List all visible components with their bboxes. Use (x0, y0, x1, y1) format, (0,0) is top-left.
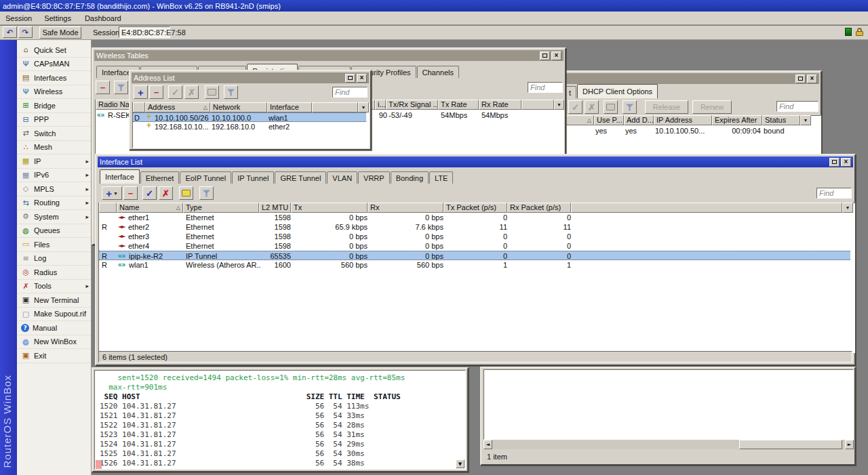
disable-button[interactable]: ✗ (159, 186, 173, 200)
add-dropdown-button[interactable]: +▼ (102, 186, 122, 200)
remove-button[interactable]: − (149, 85, 163, 99)
dhcp-col-use-peer[interactable]: Use P... (594, 115, 624, 125)
remove-button[interactable]: − (123, 186, 138, 200)
interface-find-input[interactable] (816, 188, 852, 199)
filter-button[interactable] (623, 100, 637, 114)
sidebar-item-manual[interactable]: ?Manual (17, 321, 91, 335)
sidebar-item-new-winbox[interactable]: ◍New WinBox (17, 335, 91, 350)
sidebar-item-radius[interactable]: ◎Radius (17, 266, 91, 280)
disable-button[interactable]: ✗ (184, 85, 199, 99)
safe-mode-button[interactable]: Safe Mode (39, 26, 81, 39)
col-tx[interactable]: Tx (291, 203, 368, 213)
sidebar-item-queues[interactable]: ◍Queues (17, 224, 91, 239)
col-network[interactable]: Network (210, 102, 267, 112)
copy-button[interactable] (604, 100, 618, 114)
tab-lte[interactable]: LTE (429, 171, 453, 184)
tab-dhcp-client-options[interactable]: DHCP Client Options (577, 84, 658, 98)
sidebar-item-capsman[interactable]: ΨCAPsMAN (17, 58, 91, 72)
list-area[interactable] (484, 369, 854, 440)
tab-ethernet[interactable]: Ethernet (140, 171, 180, 184)
tab-bonding[interactable]: Bonding (391, 171, 429, 184)
address-list-titlebar[interactable]: Address List × (132, 73, 369, 83)
close-icon[interactable]: × (551, 51, 561, 60)
col-address[interactable]: Address△ (145, 102, 210, 112)
dhcp-find-input[interactable] (776, 101, 818, 112)
address-find-input[interactable] (332, 87, 368, 98)
interface-row[interactable]: ◄► ether1 Ethernet 1598 0 bps 0 bps 0 0 (99, 213, 850, 222)
interface-list-titlebar[interactable]: Interface List × (98, 157, 853, 167)
sidebar-item-new-terminal[interactable]: ▣New Terminal (17, 293, 91, 308)
sidebar-item-ip[interactable]: ▦IP▸ (17, 154, 91, 169)
maximize-icon[interactable] (795, 75, 806, 83)
horizontal-scrollbar[interactable]: ◄ ► (484, 440, 854, 449)
apply-button[interactable]: ✓ (568, 100, 583, 114)
wireless-tables-titlebar[interactable]: Wireless Tables × (94, 50, 564, 61)
tab-eoip-tunnel[interactable]: EoIP Tunnel (180, 171, 231, 184)
sidebar-item-exit[interactable]: ▣Exit (17, 349, 91, 363)
close-icon[interactable]: × (841, 158, 851, 167)
interface-row[interactable]: ◄► ether4 Ethernet 1598 0 bps 0 bps 0 0 (99, 241, 850, 251)
discard-button[interactable]: ✗ (585, 100, 599, 114)
sidebar-item-mesh[interactable]: ∴Mesh (17, 141, 91, 155)
remove-button[interactable]: − (96, 81, 110, 94)
col-rx[interactable]: Rx (368, 203, 443, 213)
sidebar-item-wireless[interactable]: ΨWireless (17, 85, 91, 100)
interface-row[interactable]: R «» wlan1 Wireless (Atheros AR... 1600 … (99, 260, 850, 270)
sidebar-item-quick-set[interactable]: ⌂Quick Set (17, 43, 91, 58)
sidebar-item-make-supout[interactable]: ▢Make Supout.rif (17, 308, 91, 322)
scroll-right-icon[interactable]: ► (845, 440, 854, 449)
filter-button[interactable] (224, 85, 238, 99)
col-type[interactable]: Type (183, 203, 259, 213)
sidebar-item-routing[interactable]: ⇆Routing▸ (17, 197, 91, 211)
maximize-icon[interactable] (829, 158, 840, 167)
address-row-selected[interactable]: D + 10.10.100.50/26 10.10.100.0 wlan1 (133, 112, 366, 122)
sidebar-item-ppp[interactable]: ⊟PPP (17, 113, 91, 127)
release-button[interactable]: Release (645, 100, 688, 114)
tab-vrrp[interactable]: VRRP (358, 171, 390, 184)
interface-row[interactable]: ◄► ether3 Ethernet 1598 0 bps 0 bps 0 0 (99, 232, 850, 241)
terminal-output[interactable]: sent=1520 received=1494 packet-loss=1% m… (94, 370, 466, 470)
col-menu[interactable]: ▼ (358, 102, 369, 112)
dhcp-col-expires[interactable]: Expires After (712, 115, 762, 125)
enable-button[interactable]: ✓ (142, 186, 157, 200)
menu-session[interactable]: Session (5, 14, 37, 22)
dhcp-col-menu[interactable]: ▼ (800, 115, 811, 125)
dhcp-col-ip[interactable]: IP Address (654, 115, 712, 125)
col-rx-rate[interactable]: Rx Rate (479, 100, 521, 110)
maximize-icon[interactable] (345, 74, 355, 83)
add-button[interactable]: + (134, 85, 148, 99)
col-txrx-signal[interactable]: Tx/Rx Signal ... (386, 100, 438, 110)
tab-gre-tunnel[interactable]: GRE Tunnel (275, 171, 326, 184)
dhcp-col-status[interactable]: Status (762, 115, 800, 125)
interface-row[interactable]: R ◄► ether2 Ethernet 1598 65.9 kbps 7.6 … (99, 222, 850, 232)
app-titlebar[interactable]: admin@E4:8D:8C:87:E7:58 (bandithijo.com)… (0, 0, 868, 12)
dhcp-col-add-default[interactable]: Add D... (624, 115, 654, 125)
sidebar-item-mpls[interactable]: ◇MPLS▸ (17, 182, 91, 197)
col-rx-packet[interactable]: Rx Packet (p/s) (507, 203, 571, 213)
comment-button[interactable] (179, 186, 193, 200)
scroll-down-icon[interactable]: ▼ (456, 459, 465, 468)
scrollbar-thumb[interactable] (739, 440, 842, 449)
col-name[interactable]: Name△ (117, 203, 183, 213)
sidebar-item-log[interactable]: ≡Log (17, 252, 91, 266)
filter-button[interactable] (199, 186, 214, 200)
interface-row-selected[interactable]: R «» ipip-ke-R2 IP Tunnel 65535 0 bps 0 … (99, 251, 850, 260)
enable-button[interactable]: ✓ (168, 85, 182, 99)
tab-channels[interactable]: Channels (417, 66, 459, 78)
tab-interface[interactable]: Interface (100, 169, 140, 184)
tab-ip-tunnel[interactable]: IP Tunnel (232, 171, 274, 184)
filter-button[interactable] (114, 81, 128, 94)
col-tx-packet[interactable]: Tx Packet (p/s) (443, 203, 507, 213)
col-signal-strength[interactable]: i... (375, 100, 386, 110)
sidebar-item-interfaces[interactable]: ▤Interfaces (17, 71, 91, 85)
undo-button[interactable]: ↶ (3, 26, 17, 38)
session-field[interactable]: E4:8D:8C:87:E7:58 (119, 26, 170, 38)
col-radio-name[interactable]: Radio Name (96, 100, 131, 110)
col-interface[interactable]: Interface (267, 102, 312, 112)
tab-vlan[interactable]: VLAN (327, 171, 357, 184)
sidebar-item-bridge[interactable]: ⊞Bridge (17, 99, 91, 113)
renew-button[interactable]: Renew (692, 100, 732, 114)
redo-button[interactable]: ↷ (18, 26, 33, 38)
wireless-find-input[interactable] (528, 82, 563, 93)
scroll-left-icon[interactable]: ◄ (484, 440, 492, 449)
